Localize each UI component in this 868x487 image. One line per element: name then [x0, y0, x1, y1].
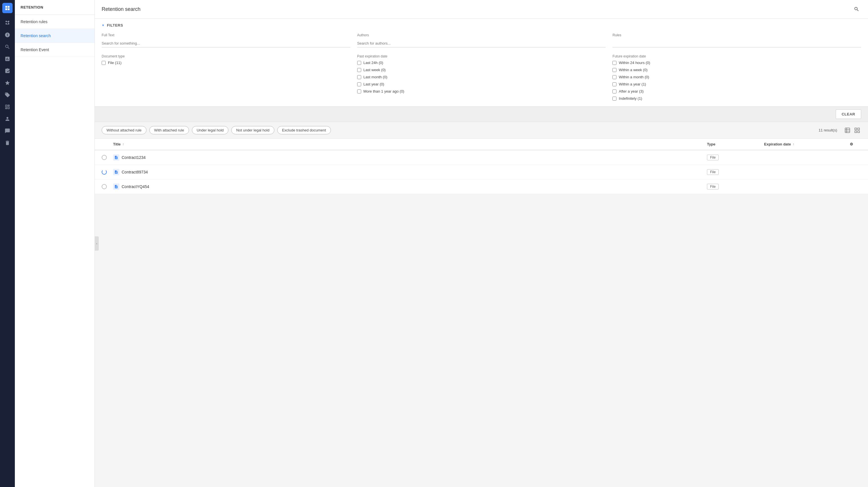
tags-bar: Without attached rule With attached rule…	[95, 122, 868, 139]
col-title[interactable]: Title ↑	[113, 142, 707, 146]
nav-icon-trash[interactable]	[2, 138, 12, 148]
future-exp-month-label: Within a month (0)	[619, 75, 649, 79]
row-3-type: File	[707, 184, 764, 190]
past-exp-24h-checkbox[interactable]	[357, 61, 361, 65]
title-sort-icon: ↑	[123, 142, 124, 146]
nav-icon-workflow[interactable]	[2, 102, 12, 112]
svg-rect-6	[855, 131, 857, 132]
row-3-file-icon	[113, 183, 119, 190]
icon-bar	[0, 0, 15, 487]
row-1-radio[interactable]	[102, 155, 107, 160]
future-exp-24h-label: Within 24 hours (0)	[619, 61, 650, 65]
filter-authors: Authors	[357, 33, 606, 48]
nav-icon-tasks[interactable]	[2, 66, 12, 76]
clear-button[interactable]: CLEAR	[836, 110, 861, 119]
filter-action-bar: CLEAR	[95, 107, 868, 122]
results-table: Title ↑ Type Expiration date ↑ ⚙	[95, 139, 868, 194]
future-exp-after-year: After a year (3)	[613, 89, 861, 93]
full-text-input[interactable]	[102, 39, 350, 48]
filters-chevron-icon: ▼	[102, 24, 104, 27]
nav-icon-history[interactable]	[2, 30, 12, 40]
top-header: Retention search	[95, 0, 868, 19]
rules-input[interactable]	[613, 39, 861, 48]
nav-icon-sitemap[interactable]	[2, 18, 12, 28]
future-exp-week-label: Within a week (0)	[619, 68, 647, 72]
header-search-button[interactable]	[852, 5, 861, 14]
sidebar-header: RETENTION	[15, 0, 94, 15]
past-exp-month-label: Last month (0)	[364, 75, 388, 79]
past-exp-more-checkbox[interactable]	[357, 89, 361, 93]
future-exp-24h: Within 24 hours (0)	[613, 61, 861, 65]
row-2-type: File	[707, 169, 764, 175]
future-exp-indefinitely-label: Indefinitely (1)	[619, 96, 642, 101]
document-type-options: File (11)	[102, 61, 350, 65]
past-expiration-label: Past expiration date	[357, 54, 606, 58]
sidebar-item-retention-rules[interactable]: Retention rules	[15, 15, 94, 29]
sidebar-collapse-handle[interactable]: ‹	[95, 236, 99, 251]
nav-icon-star[interactable]	[2, 78, 12, 88]
tag-exclude-trashed[interactable]: Exclude trashed document	[277, 126, 331, 134]
future-exp-year-label: Within a year (1)	[619, 82, 646, 86]
nav-icon-analytics[interactable]	[2, 54, 12, 64]
nav-icon-tag[interactable]	[2, 90, 12, 100]
past-exp-more-label: More than 1 year ago (0)	[364, 89, 404, 93]
main-content: Retention search ▼ FILTERS Full Text Aut…	[95, 0, 868, 487]
col-expiration-label: Expiration date	[764, 142, 791, 146]
row-2-type-badge: File	[707, 169, 719, 175]
tag-with-attached-rule[interactable]: With attached rule	[149, 126, 189, 134]
sidebar-item-retention-event[interactable]: Retention Event	[15, 43, 94, 57]
future-exp-week-checkbox[interactable]	[613, 68, 616, 72]
filter-rules: Rules	[613, 33, 861, 48]
future-expiration-label: Future expiration date	[613, 54, 861, 58]
future-exp-year-checkbox[interactable]	[613, 82, 616, 86]
row-2-radio[interactable]	[102, 170, 107, 175]
row-1-title[interactable]: Contract1234	[122, 155, 146, 160]
row-1-type: File	[707, 154, 764, 160]
future-exp-indefinitely: Indefinitely (1)	[613, 96, 861, 101]
table-row: Contract89734 File	[95, 165, 868, 179]
future-exp-after-year-checkbox[interactable]	[613, 89, 616, 93]
future-exp-month-checkbox[interactable]	[613, 75, 616, 79]
row-1-type-badge: File	[707, 154, 719, 160]
col-type[interactable]: Type	[707, 142, 764, 146]
future-exp-month: Within a month (0)	[613, 75, 861, 79]
past-exp-year-checkbox[interactable]	[357, 82, 361, 86]
page-title: Retention search	[102, 6, 141, 12]
future-exp-after-year-label: After a year (3)	[619, 89, 644, 93]
filters-label: FILTERS	[107, 23, 123, 27]
filters-toggle[interactable]: ▼ FILTERS	[102, 23, 861, 27]
past-exp-week-checkbox[interactable]	[357, 68, 361, 72]
row-3-title-cell: ContractYQ454	[113, 183, 707, 190]
table-row: Contract1234 File	[95, 150, 868, 165]
col-title-label: Title	[113, 142, 121, 146]
filter-document-type: Document type File (11)	[102, 54, 350, 101]
past-exp-month: Last month (0)	[357, 75, 606, 79]
row-3-title[interactable]: ContractYQ454	[122, 184, 149, 189]
settings-gear-icon: ⚙	[850, 142, 853, 146]
sidebar: RETENTION Retention rules Retention sear…	[15, 0, 95, 487]
col-settings[interactable]: ⚙	[850, 142, 861, 146]
authors-input[interactable]	[357, 39, 606, 48]
row-3-radio[interactable]	[102, 184, 107, 189]
nav-icon-search[interactable]	[2, 42, 12, 52]
sidebar-item-retention-search[interactable]: Retention search	[15, 29, 94, 43]
tag-without-attached-rule[interactable]: Without attached rule	[102, 126, 147, 134]
nav-icon-report[interactable]	[2, 126, 12, 136]
filter-past-expiration: Past expiration date Last 24h (0) Last w…	[357, 54, 606, 101]
tag-under-legal-hold[interactable]: Under legal hold	[192, 126, 229, 134]
row-2-title[interactable]: Contract89734	[122, 170, 148, 174]
past-exp-month-checkbox[interactable]	[357, 75, 361, 79]
grid-view-button[interactable]	[853, 126, 861, 134]
future-exp-indefinitely-checkbox[interactable]	[613, 96, 616, 101]
future-exp-24h-checkbox[interactable]	[613, 61, 616, 65]
col-expiration[interactable]: Expiration date ↑	[764, 142, 850, 146]
past-exp-week-label: Last week (0)	[364, 68, 386, 72]
doc-type-file-label: File (11)	[108, 61, 122, 65]
view-toggle-buttons	[843, 126, 861, 134]
tag-not-under-legal-hold[interactable]: Not under legal hold	[231, 126, 274, 134]
doc-type-file-checkbox[interactable]	[102, 61, 106, 65]
nav-icon-user[interactable]	[2, 114, 12, 124]
app-logo[interactable]	[2, 3, 12, 13]
csv-export-button[interactable]	[843, 126, 851, 134]
svg-rect-5	[858, 128, 860, 130]
